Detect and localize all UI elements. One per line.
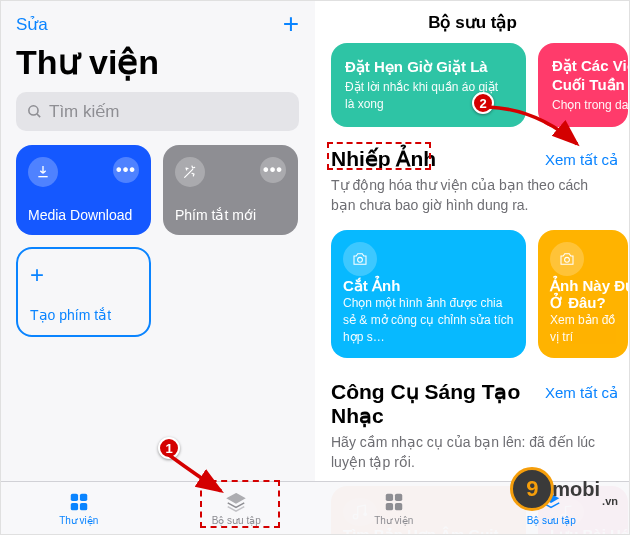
svg-rect-12 <box>395 503 402 510</box>
section-desc: Hãy cầm nhạc cụ của bạn lên: đã đến lúc … <box>331 428 630 487</box>
shortcut-cards: ••• Media Download ••• Phím tắt mới <box>0 145 315 235</box>
search-placeholder: Tìm kiếm <box>49 101 119 122</box>
shortcut-new[interactable]: ••• Phím tắt mới <box>163 145 298 235</box>
promo-title: Cuối Tuần <box>552 76 614 94</box>
promo-desc: Chọn trong danh <box>552 97 614 113</box>
tab-label: Thư viện <box>59 515 98 526</box>
svg-rect-9 <box>386 494 393 501</box>
section-title: Nhiếp Ảnh <box>331 147 436 171</box>
page-title: Bộ sưu tập <box>315 0 630 43</box>
see-all-link[interactable]: Xem tất cả <box>545 151 618 169</box>
svg-rect-10 <box>395 494 402 501</box>
search-input[interactable]: Tìm kiếm <box>16 92 299 131</box>
svg-rect-5 <box>80 503 87 510</box>
camera-icon <box>550 242 584 276</box>
tab-library[interactable]: Thư viện <box>0 482 158 535</box>
promo-title: Đặt Các Việc <box>552 57 614 75</box>
layers-icon <box>539 491 563 513</box>
tab-bar: Thư viện Bộ sưu tập <box>315 481 630 535</box>
screen-gallery: Bộ sưu tập Đặt Hẹn Giờ Giặt Là Đặt lời n… <box>315 0 630 535</box>
tab-label: Thư viện <box>374 515 413 526</box>
download-icon <box>28 157 58 187</box>
grid-icon <box>382 491 406 513</box>
add-button[interactable]: + <box>283 10 299 38</box>
shortcut-photo-location[interactable]: Ảnh Này Được Ở Đâu? Xem bản đồ vị trí <box>538 230 628 358</box>
shortcut-desc: Xem bản đồ vị trí <box>550 312 616 346</box>
shortcut-desc: Chọn một hình ảnh được chia sẻ & mở công… <box>343 295 514 345</box>
svg-rect-2 <box>71 494 78 501</box>
header: Sửa + <box>0 0 315 38</box>
tab-bar: Thư viện Bộ sưu tập <box>0 481 315 535</box>
svg-point-7 <box>565 257 570 262</box>
photo-shortcuts: Cắt Ảnh Chọn một hình ảnh được chia sẻ &… <box>331 230 630 358</box>
section-desc: Tự động hóa thư viện của bạn theo cách b… <box>331 171 630 230</box>
edit-button[interactable]: Sửa <box>16 14 48 35</box>
search-icon <box>26 103 43 120</box>
svg-rect-3 <box>80 494 87 501</box>
card-label: Phím tắt mới <box>175 207 286 223</box>
shortcut-crop-image[interactable]: Cắt Ảnh Chọn một hình ảnh được chia sẻ &… <box>331 230 526 358</box>
shortcut-title: Ảnh Này Được <box>550 277 616 295</box>
section-header-music: Công Cụ Sáng Tạo Nhạc Xem tất cả <box>331 380 630 428</box>
more-icon[interactable]: ••• <box>113 157 139 183</box>
grid-icon <box>67 491 91 513</box>
create-shortcut-button[interactable]: + Tạo phím tắt <box>16 247 151 337</box>
promo-row: Đặt Hẹn Giờ Giặt Là Đặt lời nhắc khi quầ… <box>331 43 630 127</box>
svg-point-6 <box>358 257 363 262</box>
page-title: Thư viện <box>0 38 315 92</box>
shortcut-media-download[interactable]: ••• Media Download <box>16 145 151 235</box>
screen-library: Sửa + Thư viện Tìm kiếm ••• Media Downlo… <box>0 0 315 535</box>
promo-weekend[interactable]: Đặt Các Việc Cuối Tuần Chọn trong danh <box>538 43 628 127</box>
see-all-link[interactable]: Xem tất cả <box>545 384 618 402</box>
more-icon[interactable]: ••• <box>260 157 286 183</box>
tab-gallery[interactable]: Bộ sưu tập <box>473 482 631 535</box>
wand-icon <box>175 157 205 187</box>
promo-desc: Đặt lời nhắc khi quần áo giặt <box>345 79 512 95</box>
svg-point-0 <box>29 106 38 115</box>
svg-rect-4 <box>71 503 78 510</box>
tab-label: Bộ sưu tập <box>212 515 261 526</box>
promo-laundry[interactable]: Đặt Hẹn Giờ Giặt Là Đặt lời nhắc khi quầ… <box>331 43 526 127</box>
promo-desc: là xong <box>345 96 512 112</box>
shortcut-title: Cắt Ảnh <box>343 277 514 295</box>
svg-line-1 <box>37 114 40 117</box>
promo-title: Đặt Hẹn Giờ Giặt Là <box>345 58 512 76</box>
card-label: Media Download <box>28 207 139 223</box>
create-label: Tạo phím tắt <box>30 307 137 323</box>
tab-library[interactable]: Thư viện <box>315 482 473 535</box>
svg-rect-11 <box>386 503 393 510</box>
shortcut-title: Ở Đâu? <box>550 294 616 312</box>
layers-icon <box>224 491 248 513</box>
tab-gallery[interactable]: Bộ sưu tập <box>158 482 316 535</box>
plus-icon: + <box>30 261 137 289</box>
section-header-photo: Nhiếp Ảnh Xem tất cả <box>331 147 630 171</box>
tab-label: Bộ sưu tập <box>527 515 576 526</box>
section-title: Công Cụ Sáng Tạo Nhạc <box>331 380 545 428</box>
camera-icon <box>343 242 377 276</box>
